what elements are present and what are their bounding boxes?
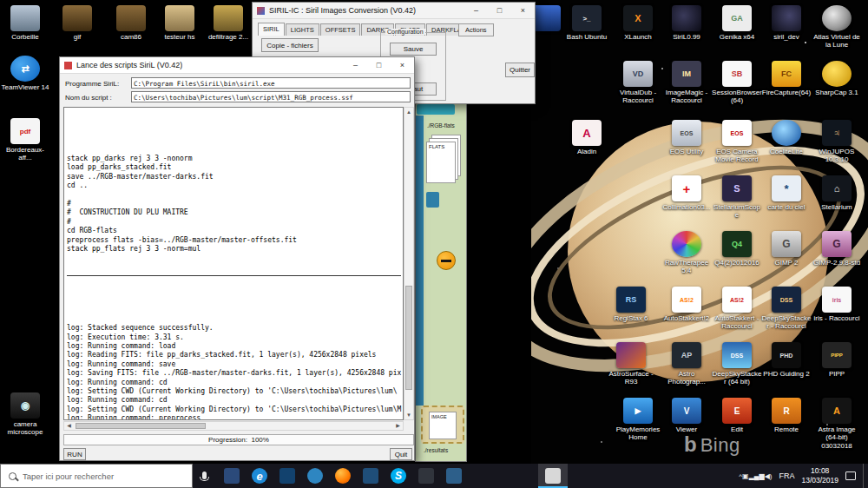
icon-siril-099[interactable]: SiriL0.99: [661, 5, 712, 41]
icon-atlas-lune[interactable]: Atlas Virtuel de la Lune: [812, 5, 862, 49]
icon-genika[interactable]: GA Genika x64: [712, 5, 762, 41]
icon-bash-ubuntu[interactable]: >_ Bash Ubuntu: [562, 5, 612, 41]
icon-stellarium[interactable]: ⌂ Stellarium: [812, 175, 862, 211]
icon-testeur-hs[interactable]: testeur hs: [155, 5, 205, 41]
taskbar-skype-icon[interactable]: S: [385, 464, 411, 488]
taskbar-app4-icon[interactable]: [358, 464, 384, 488]
taskbar-sirilic-icon[interactable]: [538, 464, 568, 488]
script-path-field[interactable]: C:\Users\tochiba\Pictures\lum\script\M31…: [131, 91, 411, 102]
tab-siril[interactable]: SIRIL: [258, 23, 285, 36]
vertical-scrollbar[interactable]: ▲ ▼: [404, 107, 414, 420]
icon-xlaunch[interactable]: X XLaunch: [613, 5, 663, 41]
taskbar-edge-icon[interactable]: e: [247, 464, 273, 488]
flats-node[interactable]: FLATS: [426, 135, 463, 185]
scrollbar-thumb[interactable]: [76, 423, 206, 429]
icon-eos-utility[interactable]: EOS EOS Utility: [661, 120, 712, 155]
icon-virtualdub[interactable]: VD VirtualDub - Raccourci: [613, 61, 663, 105]
scroll-right-icon[interactable]: ▶: [393, 422, 403, 430]
action-center-icon[interactable]: [845, 472, 856, 480]
taskbar-app3-icon[interactable]: [302, 464, 328, 488]
search-input[interactable]: [23, 472, 170, 481]
icon-rawtherapee[interactable]: RawTherapee 5.4: [661, 231, 712, 275]
clock[interactable]: 10:08 13/03/2019: [801, 466, 838, 485]
programme-path-field[interactable]: C:\Program Files\SiriL\bin\siril.exe: [131, 77, 411, 89]
icon-sessionbrowser[interactable]: SB SessionBrowser (64): [712, 61, 762, 105]
show-desktop-button[interactable]: [863, 464, 866, 488]
close-button[interactable]: ×: [511, 3, 535, 18]
icon-viewer[interactable]: V Viewer: [661, 398, 712, 433]
icon-astra-image[interactable]: A Astra Image (64-bit) 03032018: [812, 398, 862, 450]
icon-autostakkert-rac[interactable]: AS!2 AutoStakkert - Raccourci: [712, 287, 762, 331]
run-button[interactable]: RUN: [63, 448, 86, 460]
taskbar-firefox-icon[interactable]: [330, 464, 356, 488]
actions-menu-button[interactable]: Actions: [458, 23, 494, 36]
icon-cam86[interactable]: cam86: [106, 5, 156, 41]
icon-dss-raccourci[interactable]: DSS DeepSkyStacker - Raccourci: [761, 287, 812, 331]
desktop-icon-label: Corbeille: [0, 33, 50, 41]
icon-astro-photo[interactable]: AP Astro Photograp...: [661, 342, 712, 386]
icon-corbeille[interactable]: Corbeille: [0, 5, 50, 41]
icon-carte-du-ciel[interactable]: * carte du ciel: [761, 175, 812, 211]
icon-winjupos[interactable]: ♃ WinJUPOS 10.3.10: [812, 120, 862, 164]
quit-button[interactable]: Quit: [390, 448, 412, 460]
icon-sharpcap[interactable]: SharpCap 3.1: [812, 61, 862, 96]
icon-iris[interactable]: iris iris - Raccourci: [812, 287, 862, 322]
icon-playmemories[interactable]: ▶ PlayMemories Home: [613, 398, 663, 442]
minimize-button[interactable]: –: [344, 57, 367, 73]
close-button[interactable]: ×: [391, 57, 414, 73]
icon-gimp-298[interactable]: G GIMP-2.9.8-std: [812, 231, 862, 267]
tab-lights[interactable]: LIGHTS: [286, 23, 319, 36]
icon-firecapture[interactable]: FC FireCapture(64): [761, 61, 812, 96]
flow-merge-node[interactable]: [437, 251, 456, 270]
icon-phd2[interactable]: PHD PHD Guiding 2: [761, 342, 812, 378]
icon-siril-dev[interactable]: siril_dev: [761, 5, 812, 41]
console-output[interactable]: stack pp_darks rej 3 3 -nonormload pp_da…: [63, 107, 404, 420]
icon-gimp2[interactable]: G GIMP 2: [761, 231, 812, 267]
taskbar-app6-icon[interactable]: [441, 464, 467, 488]
icon-gif[interactable]: gif: [52, 5, 102, 41]
icon-teamviewer[interactable]: ⇄ TeamViewer 14: [0, 56, 50, 91]
icon-astrosurface[interactable]: AstroSurface -R93: [606, 342, 656, 386]
scrollbar-thumb[interactable]: [405, 286, 412, 390]
tray-volume-icon[interactable]: ◀): [765, 472, 773, 480]
minimize-button[interactable]: –: [464, 3, 488, 18]
icon-autostakkert[interactable]: AS!2 AutoStakkert!2: [661, 287, 712, 322]
icon-camera-microscope[interactable]: ◉ camera microscope: [0, 392, 50, 437]
taskbar-search[interactable]: [0, 464, 193, 488]
taskbar-app1-icon[interactable]: [219, 464, 245, 488]
maximize-button[interactable]: □: [367, 57, 391, 73]
language-indicator[interactable]: FRA: [779, 472, 794, 480]
icon-remote[interactable]: R Remote: [761, 398, 812, 433]
icon-collimation[interactable]: + Collimation03...: [661, 175, 712, 211]
tray-pc-icon[interactable]: ▣: [742, 472, 749, 480]
script-titlebar[interactable]: Lance des scripts SiriL (V0.42) – □ ×: [60, 57, 414, 74]
icon-dss64[interactable]: DSS DeepSkyStacker (64 bit): [712, 342, 762, 386]
scroll-left-icon[interactable]: ◀: [64, 422, 74, 430]
maximize-button[interactable]: □: [488, 3, 511, 18]
scroll-up-icon[interactable]: ▲: [404, 108, 413, 116]
taskbar-app2-icon[interactable]: [274, 464, 300, 488]
icon-eos-movie[interactable]: EOS EOS Camera Movie Record: [712, 120, 762, 164]
sauve-button[interactable]: Sauve: [390, 43, 437, 56]
tray-network-icon[interactable]: ▂▄▆: [749, 472, 765, 480]
icon-pipp[interactable]: PIPP PIPP: [812, 342, 862, 378]
horizontal-scrollbar[interactable]: ◀ ▶: [63, 421, 404, 431]
icon-aladin[interactable]: A Aladin: [562, 120, 612, 155]
taskbar-app5-icon[interactable]: [413, 464, 439, 488]
icon-coelite[interactable]: CoeliteLite: [761, 120, 812, 155]
quitter-button[interactable]: Quitter: [505, 63, 535, 77]
flow-image-node[interactable]: IMAGE: [421, 406, 464, 444]
icon-bordereaux-pdf[interactable]: pdf Bordereaux-aff...: [0, 118, 50, 162]
tab-offsets[interactable]: OFFSETS: [320, 23, 361, 36]
copie-fichiers-button[interactable]: Copie - fichiers: [261, 38, 319, 52]
icon-registax[interactable]: RS RegiStax 6: [606, 287, 656, 322]
icon-edit[interactable]: E Edit: [712, 398, 762, 433]
icon-imagemagic[interactable]: IM ImageMagic - Raccourci: [661, 61, 712, 105]
scroll-down-icon[interactable]: ▼: [404, 411, 413, 419]
icon-defiltrage[interactable]: defiltrage 2...: [203, 5, 253, 41]
icon-stellariumscope[interactable]: S StellariumScope: [712, 175, 762, 220]
flow-tab-decor[interactable]: [417, 104, 455, 115]
sirilic-titlebar[interactable]: SIRIL-IC : Siril Images Conversion (V0.4…: [253, 3, 535, 19]
icon-q4[interactable]: Q4 Q4(2)2012016: [712, 231, 762, 267]
microphone-icon[interactable]: [193, 464, 215, 488]
